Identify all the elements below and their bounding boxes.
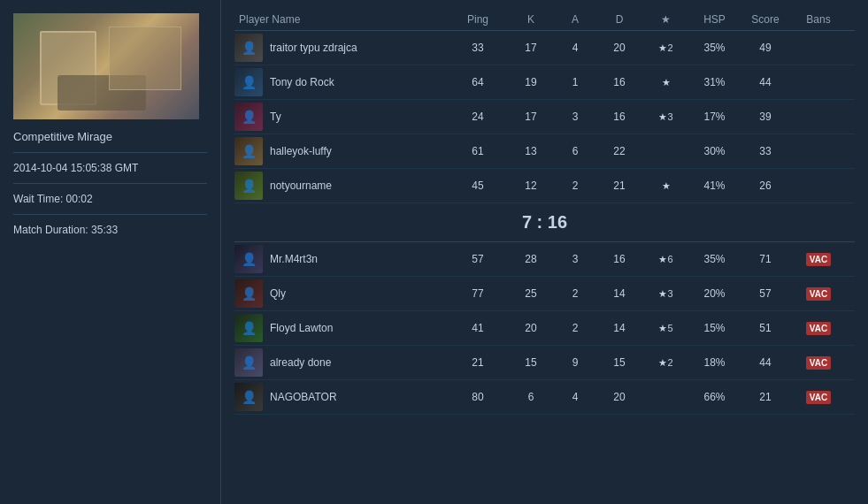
cell-k: 20 [509, 322, 553, 334]
match-wait: Wait Time: 00:02 [13, 193, 207, 215]
cell-ping: 45 [447, 179, 509, 192]
col-a: A [553, 13, 597, 26]
cell-stars: ★3 [641, 111, 690, 123]
cell-score: 21 [739, 391, 792, 403]
avatar[interactable]: 👤 [234, 172, 263, 200]
avatar[interactable]: 👤 [234, 348, 263, 377]
player-name-cell: 👤 halleyok-luffy [234, 137, 447, 165]
cell-d: 15 [597, 356, 641, 369]
player-name[interactable]: notyourname [270, 179, 332, 192]
player-name[interactable]: Qly [270, 287, 286, 300]
cell-a: 3 [553, 253, 597, 265]
cell-a: 6 [553, 145, 597, 157]
vac-badge: VAC [806, 322, 831, 335]
player-name-cell: 👤 Mr.M4rt3n [234, 245, 447, 273]
left-panel: Competitive Mirage 2014-10-04 15:05:38 G… [0, 0, 221, 504]
player-name-cell: 👤 traitor typu zdrajca [234, 34, 447, 62]
cell-bans: VAC [792, 356, 845, 370]
avatar[interactable]: 👤 [234, 34, 263, 62]
cell-hsp: 18% [690, 356, 739, 369]
wait-value: 00:02 [66, 193, 93, 205]
player-name[interactable]: Tony do Rock [270, 76, 334, 88]
cell-a: 3 [553, 111, 597, 123]
score-divider: 7 : 16 [234, 203, 855, 242]
duration-label: Match Duration: [13, 224, 88, 236]
table-row: 👤 notyourname 45 12 2 21 ★ 41% 26 [234, 169, 855, 203]
col-player: Player Name [234, 13, 447, 26]
col-ping: Ping [447, 13, 509, 26]
col-k: K [509, 13, 553, 26]
avatar[interactable]: 👤 [234, 137, 263, 165]
cell-bans: VAC [792, 322, 845, 335]
match-duration: Match Duration: 35:33 [13, 224, 207, 236]
cell-ping: 64 [447, 76, 509, 88]
cell-bans: VAC [792, 253, 845, 266]
match-date: 2014-10-04 15:05:38 GMT [13, 162, 207, 184]
table-row: 👤 Floyd Lawton 41 20 2 14 ★5 15% 51 VAC [234, 311, 855, 346]
cell-hsp: 20% [690, 287, 739, 300]
avatar[interactable]: 👤 [234, 279, 263, 308]
col-bans: Bans [792, 13, 845, 26]
cell-hsp: 15% [690, 322, 739, 334]
cell-ping: 61 [447, 145, 509, 157]
cell-k: 17 [509, 111, 553, 123]
player-name[interactable]: Ty [270, 111, 281, 123]
cell-d: 16 [597, 253, 641, 265]
player-name-cell: 👤 Qly [234, 279, 447, 308]
avatar[interactable]: 👤 [234, 103, 263, 131]
cell-d: 16 [597, 111, 641, 123]
cell-bans: VAC [792, 287, 845, 301]
cell-a: 2 [553, 287, 597, 300]
vac-badge: VAC [806, 287, 831, 301]
cell-bans: VAC [792, 391, 845, 404]
cell-a: 2 [553, 322, 597, 334]
cell-hsp: 17% [690, 111, 739, 123]
cell-hsp: 41% [690, 179, 739, 192]
cell-ping: 24 [447, 111, 509, 123]
cell-k: 15 [509, 356, 553, 369]
col-hsp: HSP [690, 13, 739, 26]
player-name[interactable]: traitor typu zdrajca [270, 42, 357, 54]
col-score: Score [739, 13, 792, 26]
avatar[interactable]: 👤 [234, 68, 263, 96]
col-stars: ★ [641, 13, 690, 26]
cell-stars: ★2 [641, 357, 690, 369]
cell-stars: ★3 [641, 288, 690, 300]
player-name-cell: 👤 Ty [234, 103, 447, 131]
match-title: Competitive Mirage [13, 130, 207, 153]
avatar[interactable]: 👤 [234, 314, 263, 342]
avatar[interactable]: 👤 [234, 383, 263, 411]
vac-badge: VAC [806, 391, 831, 404]
cell-score: 26 [739, 179, 792, 192]
cell-ping: 77 [447, 287, 509, 300]
vac-badge: VAC [806, 253, 831, 266]
player-name[interactable]: NAGOBATOR [270, 391, 337, 403]
cell-hsp: 66% [690, 391, 739, 403]
cell-d: 16 [597, 76, 641, 88]
cell-stars: ★5 [641, 323, 690, 334]
cell-ping: 41 [447, 322, 509, 334]
col-d: D [597, 13, 641, 26]
team2-rows: 👤 Mr.M4rt3n 57 28 3 16 ★6 35% 71 VAC 👤 Q… [234, 242, 855, 415]
cell-d: 14 [597, 322, 641, 334]
cell-score: 39 [739, 111, 792, 123]
cell-hsp: 31% [690, 76, 739, 88]
cell-score: 33 [739, 145, 792, 157]
player-name[interactable]: Floyd Lawton [270, 322, 333, 334]
cell-stars: ★ [641, 180, 690, 192]
table-row: 👤 already done 21 15 9 15 ★2 18% 44 VAC [234, 346, 855, 380]
cell-ping: 80 [447, 391, 509, 403]
player-name-cell: 👤 Tony do Rock [234, 68, 447, 96]
team1-rows: 👤 traitor typu zdrajca 33 17 4 20 ★2 35%… [234, 31, 855, 203]
player-name[interactable]: already done [270, 356, 331, 369]
player-name[interactable]: halleyok-luffy [270, 145, 332, 157]
cell-k: 17 [509, 42, 553, 54]
cell-hsp: 35% [690, 42, 739, 54]
cell-d: 20 [597, 42, 641, 54]
cell-hsp: 30% [690, 145, 739, 157]
player-name-cell: 👤 notyourname [234, 172, 447, 200]
player-name[interactable]: Mr.M4rt3n [270, 253, 318, 265]
avatar[interactable]: 👤 [234, 245, 263, 273]
cell-k: 25 [509, 287, 553, 300]
cell-score: 71 [739, 253, 792, 265]
